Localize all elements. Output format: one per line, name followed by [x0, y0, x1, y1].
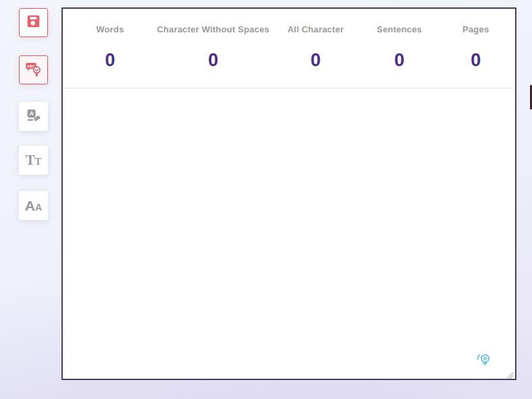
stat-words: Words 0	[63, 23, 157, 88]
word-counter-panel: Words 0 Character Without Spaces 0 All C…	[61, 7, 516, 380]
font-case-large-letter: A	[25, 198, 35, 213]
stat-pages: Pages 0	[436, 23, 515, 88]
stat-pages-value: 0	[471, 51, 481, 70]
stat-all-characters: All Character 0	[269, 23, 363, 88]
stat-sentences: Sentences 0	[363, 23, 437, 88]
resize-grip[interactable]	[506, 370, 514, 377]
font-case-button[interactable]: AA	[19, 191, 48, 220]
text-case-small-letter: T	[35, 157, 41, 167]
spell-check-abc-text: ABC	[27, 64, 35, 68]
save-icon	[25, 13, 42, 32]
remove-format-button[interactable]: A	[19, 102, 48, 131]
text-case-button[interactable]: TT	[19, 146, 48, 175]
font-case-small-letter: A	[35, 203, 42, 212]
spell-check-button[interactable]: ABC	[19, 55, 48, 84]
spell-check-icon: ABC	[24, 59, 43, 80]
font-case-icon: AA	[25, 198, 42, 213]
stat-all-characters-label: All Character	[288, 23, 344, 51]
save-button[interactable]	[19, 8, 48, 37]
hint-lightbulb-button[interactable]	[475, 352, 493, 371]
text-case-large-letter: T	[26, 153, 35, 167]
remove-format-icon: A	[25, 107, 42, 126]
text-case-icon: TT	[26, 153, 41, 167]
stats-row: Words 0 Character Without Spaces 0 All C…	[63, 9, 515, 88]
stat-sentences-label: Sentences	[377, 23, 422, 51]
stat-characters-without-spaces-value: 0	[208, 51, 218, 70]
lightbulb-icon	[475, 363, 493, 373]
text-input[interactable]	[63, 88, 515, 379]
stat-pages-label: Pages	[462, 23, 489, 51]
stat-sentences-value: 0	[394, 51, 404, 70]
remove-format-letter: A	[29, 110, 34, 117]
stat-words-label: Words	[96, 23, 124, 51]
stat-all-characters-value: 0	[311, 51, 321, 70]
stat-characters-without-spaces-label: Character Without Spaces	[157, 23, 270, 51]
stat-words-value: 0	[105, 51, 115, 70]
stat-characters-without-spaces: Character Without Spaces 0	[157, 23, 269, 88]
editor-area	[63, 88, 515, 379]
